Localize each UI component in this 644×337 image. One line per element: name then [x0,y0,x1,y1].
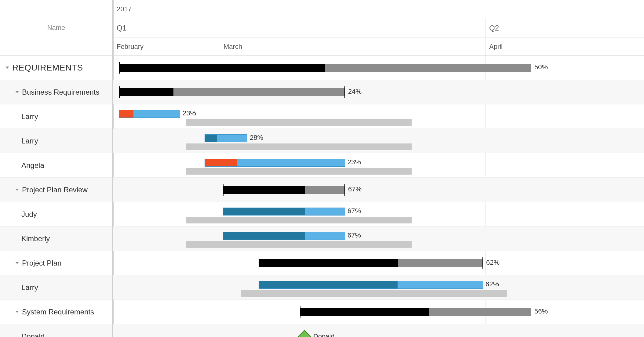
task-name-cell[interactable]: System Requirements [0,300,94,324]
task-name-label: REQUIREMENTS [12,63,83,73]
progress-fill [119,64,325,72]
task-row[interactable]: Larry [0,104,112,129]
task-bar[interactable] [223,232,345,240]
task-name-label: Angela [21,161,44,170]
progress-label: 28% [250,134,263,142]
task-name-label: System Requirements [22,308,94,316]
milestone-label: Donald [313,332,335,337]
progress-fill [205,159,237,166]
gridline [220,38,220,55]
baseline-bar [186,168,412,175]
collapse-icon[interactable] [15,311,19,313]
baseline-bar [186,241,412,248]
progress-fill [223,186,305,194]
progress-fill [259,281,398,288]
baseline-bar [186,119,412,126]
summary-bar[interactable] [259,259,483,267]
progress-label: 56% [534,307,548,315]
progress-label: 67% [347,231,361,239]
progress-label: 62% [486,280,499,288]
progress-label: 67% [347,207,361,215]
task-bar[interactable] [259,281,483,289]
task-name-cell[interactable]: Angela [0,153,44,177]
baseline-bar [241,290,507,297]
timeline-row: 62% [113,251,644,275]
task-name-label: Donald [21,332,45,337]
collapse-icon[interactable] [15,91,19,93]
name-column-header: Name [0,0,112,56]
progress-fill [119,110,133,118]
progress-label: 23% [347,158,361,166]
task-name-cell[interactable]: Donald [0,324,45,337]
task-name-cell[interactable]: REQUIREMENTS [0,56,83,80]
task-row[interactable]: Business Requirements [0,80,112,104]
task-bar[interactable] [205,134,247,142]
timeline-pane[interactable]: 2017 Q1Q2 FebruaryMarchApril 50%24%23%28… [113,0,644,337]
progress-label: 67% [348,185,362,193]
timeline-row: 67% [113,226,644,251]
task-name-label: Judy [21,210,37,219]
task-row[interactable]: System Requirements [0,300,112,324]
task-row[interactable]: Judy [0,202,112,226]
milestone-icon[interactable] [298,330,311,337]
task-name-cell[interactable]: Kimberly [0,226,50,251]
task-bar[interactable] [119,110,180,118]
task-name-cell[interactable]: Project Plan Review [0,178,88,202]
summary-bar[interactable] [223,186,345,194]
timeline-row: 24% [113,80,644,104]
summary-bar[interactable] [300,308,531,316]
task-row[interactable]: Donald [0,324,112,337]
task-name-label: Project Plan [22,259,61,267]
progress-fill [223,208,305,215]
task-name-label: Kimberly [21,234,50,243]
task-name-cell[interactable]: Larry [0,104,38,129]
task-name-label: Larry [21,283,38,292]
task-row[interactable]: Project Plan [0,251,112,275]
task-name-cell[interactable]: Judy [0,202,37,226]
task-row[interactable]: Larry [0,129,112,153]
year-label: 2017 [117,5,132,13]
progress-label: 50% [534,63,548,71]
task-bar[interactable] [205,159,345,167]
timeline-row: 50% [113,56,644,80]
task-row[interactable]: Larry [0,275,112,300]
baseline-bar [186,217,412,223]
collapse-icon[interactable] [15,189,19,191]
task-bar[interactable] [223,208,345,216]
timeline-row: 67% [113,178,644,202]
task-name-cell[interactable]: Larry [0,129,38,153]
collapse-icon[interactable] [5,67,9,69]
task-row[interactable]: REQUIREMENTS [0,56,112,80]
timeline-row: 62% [113,275,644,300]
timeline-row: Donald [113,324,644,337]
month-label: February [117,43,144,51]
gantt-chart: Name REQUIREMENTSBusiness RequirementsLa… [0,0,644,337]
progress-fill [300,308,429,316]
progress-fill [223,232,305,240]
task-row[interactable]: Project Plan Review [0,178,112,202]
task-name-cell[interactable]: Larry [0,275,38,299]
timeline-row: 23% [113,153,644,178]
collapse-icon[interactable] [15,262,19,264]
timeline-row: 67% [113,202,644,226]
task-name-cell[interactable]: Business Requirements [0,80,99,104]
timeline-year-row: 2017 [113,0,644,18]
timeline-quarter-row: Q1Q2 [113,18,644,38]
timeline-row: 23% [113,104,644,129]
progress-label: 24% [348,88,362,96]
baseline-bar [186,143,412,150]
task-row[interactable]: Kimberly [0,226,112,251]
progress-fill [205,135,217,142]
summary-bar[interactable] [119,64,531,72]
month-label: April [489,43,503,51]
summary-bar[interactable] [119,88,345,96]
month-label: March [224,43,242,51]
timeline-month-row: FebruaryMarchApril [113,38,644,56]
task-name-label: Larry [21,137,38,145]
gridline [486,38,486,55]
timeline-body: 50%24%23%28%23%67%67%67%62%62%56%Donald [113,56,644,337]
gridline [486,18,486,38]
task-row[interactable]: Angela [0,153,112,178]
task-name-cell[interactable]: Project Plan [0,251,61,275]
progress-label: 62% [486,259,500,266]
